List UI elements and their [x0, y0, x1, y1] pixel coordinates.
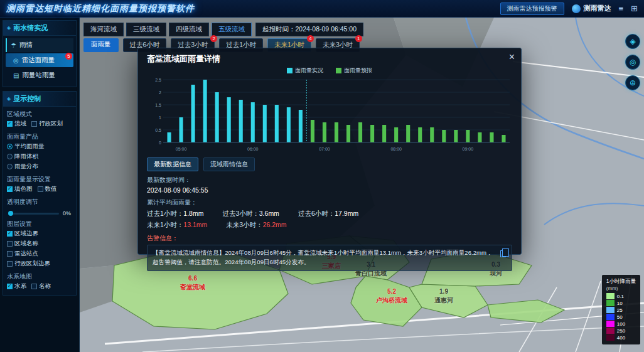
basin-tab[interactable]: 三级流域 [126, 23, 166, 36]
svg-text:1.5: 1.5 [155, 103, 161, 107]
locate-tool[interactable]: ◎ [625, 55, 640, 70]
latest-time-value: 2024-08-09 06:45:55 [147, 186, 512, 194]
legend-swatch [606, 300, 614, 306]
panel-display-title-text: 显示控制 [13, 94, 41, 104]
region-label[interactable]: 6.6斋堂流域 [180, 274, 205, 291]
legend-label: 400 [617, 335, 625, 341]
accum-item: 未来3小时：26.2mm [226, 221, 286, 230]
rain-group-label: 雨情 [19, 41, 33, 50]
option-values[interactable]: 数值 [38, 185, 57, 193]
chart-legend-item[interactable]: 面雨量预报 [336, 67, 372, 75]
panel-realtime-title-text: 雨水情实况 [13, 23, 48, 33]
measure-tool[interactable]: ⊕ [625, 75, 640, 90]
legend-row: 50 [606, 314, 636, 320]
panel-display-title: ◈ 显示控制 [3, 92, 76, 107]
svg-text:0: 0 [159, 141, 161, 145]
basin-tab-bar: 海河流域三级流域四级流域五级流域 起报时间：2024-08-09 06:45:0… [83, 23, 363, 36]
chart-legend-item[interactable]: 面雨量实况 [287, 67, 323, 75]
region-mode-options: 流域 行政区划 [3, 120, 76, 129]
option-basin[interactable]: 流域 [7, 120, 26, 128]
checkbox-checked-icon[interactable] [7, 284, 13, 289]
display-set-label: 面雨量显示设置 [3, 172, 76, 185]
brand-logo-icon [572, 4, 581, 13]
accum-key: 过去1小时： [147, 210, 183, 217]
opacity-slider-thumb[interactable] [8, 211, 13, 216]
legend-label: 0.1 [617, 294, 624, 299]
accum-key: 未来1小时： [147, 221, 183, 228]
checkbox-icon[interactable] [7, 241, 13, 247]
checkbox-icon[interactable] [31, 121, 37, 127]
legend-row: 10 [606, 300, 636, 306]
basin-detail-modal: 斋堂流域面雨量详情 × 面雨量实况面雨量预报 00.511.522.505:00… [137, 48, 522, 255]
option-rain-distribution[interactable]: 雨量分布 [7, 163, 38, 171]
fullscreen-icon[interactable]: ⊞ [631, 4, 638, 13]
basin-tab[interactable]: 四级流域 [169, 23, 209, 36]
radio-icon[interactable] [7, 154, 13, 159]
basin-tab[interactable]: 五级流域 [212, 23, 252, 36]
checkbox-icon[interactable] [31, 284, 37, 289]
radio-icon[interactable] [7, 164, 13, 169]
legend-row: 250 [606, 328, 636, 334]
checkbox-checked-icon[interactable] [7, 186, 13, 192]
option-region-border[interactable]: 区域边界 [7, 230, 38, 238]
modal-tab[interactable]: 流域雨情信息 [203, 157, 255, 171]
checkbox-checked-icon[interactable] [7, 121, 13, 127]
legend-row: 100 [606, 321, 636, 327]
sidebar-item-station-rainfall[interactable]: ▤ 雨量站雨量 [6, 68, 73, 82]
sidebar-item-radar-rainfall[interactable]: ◎ 雷达面雨量 5 [6, 53, 73, 67]
accum-value: 1.8mm [183, 210, 203, 217]
modal-tab[interactable]: 最新数据信息 [147, 157, 198, 171]
region-mode-label: 区域模式 [3, 107, 76, 120]
option-rain-volume-label: 降雨体积 [14, 152, 38, 161]
map-tools: ◈◎⊕ [625, 34, 640, 90]
map-area: 6.6斋堂流域5.9三家店3.1青白口流域5.2卢沟桥流域1.9通惠河0.3坝河… [80, 18, 644, 352]
option-radar-sites[interactable]: 雷达站点 [7, 250, 38, 258]
checkbox-icon[interactable] [38, 186, 43, 192]
option-rain-volume[interactable]: 降雨体积 [7, 152, 38, 161]
panel-display-control: ◈ 显示控制 区域模式 流域 行政区划 面雨量产品 平均面雨量 降雨体积 雨量分… [3, 91, 77, 296]
checkbox-icon[interactable] [7, 261, 13, 267]
accum-item: 未来1小时：13.1mm [147, 221, 207, 230]
option-water-system[interactable]: 水系 [7, 282, 26, 291]
accum-value: 3.6mm [259, 210, 279, 217]
checkbox-icon[interactable] [7, 251, 13, 257]
radio-selected-icon[interactable] [7, 144, 13, 149]
areal-rainfall-button[interactable]: 面雨量 [83, 38, 119, 52]
accum-key: 过去6小时： [298, 210, 335, 217]
region-label[interactable]: 1.9通惠河 [434, 287, 453, 304]
menu-icon[interactable]: ≡ [619, 4, 624, 13]
option-fill-map[interactable]: 填色图 [7, 185, 33, 193]
region-label[interactable]: 5.2卢沟桥流域 [376, 287, 407, 304]
option-water-system-label: 水系 [14, 282, 26, 291]
copy-icon[interactable] [500, 250, 506, 257]
checkbox-checked-icon[interactable] [7, 231, 13, 237]
svg-text:2.5: 2.5 [155, 78, 161, 82]
layers-tool[interactable]: ◈ [625, 34, 640, 49]
legend-label: 50 [617, 314, 623, 320]
svg-text:05:00: 05:00 [176, 147, 187, 151]
legend-swatch [606, 334, 614, 341]
option-water-names[interactable]: 名称 [31, 282, 51, 291]
opacity-slider-track[interactable] [8, 213, 59, 215]
close-icon[interactable]: × [509, 51, 515, 63]
radar-forecast-nav-button[interactable]: 测雨雷达预报预警 [500, 3, 564, 15]
option-region-name[interactable]: 区域名称 [7, 240, 38, 248]
section-diamond-icon: ◈ [7, 96, 11, 102]
option-basin-label: 流域 [14, 120, 26, 128]
option-region-border-label: 区域边界 [14, 230, 38, 238]
option-fill-map-label: 填色图 [14, 185, 33, 193]
rain-group-header[interactable]: ☂ 雨情 [6, 38, 73, 52]
opacity-slider[interactable]: 0% [3, 208, 76, 216]
basin-tab[interactable]: 海河流域 [83, 23, 124, 36]
svg-text:06:00: 06:00 [247, 147, 259, 151]
product-label: 面雨量产品 [3, 129, 76, 142]
legend-title: 1小时降雨量 [606, 278, 636, 285]
option-avg-rainfall[interactable]: 平均面雨量 [7, 142, 45, 151]
legend-swatch [606, 314, 614, 320]
option-admin-border[interactable]: 行政区划边界 [7, 260, 50, 268]
header-right: 测雨雷达预报预警 测雨雷达 ≡ ⊞ [500, 3, 638, 15]
option-admin-division[interactable]: 行政区划 [31, 120, 63, 128]
accum-value: 26.2mm [263, 221, 287, 228]
layers-label: 图层设置 [3, 216, 76, 230]
region-value: 1.9 [434, 287, 453, 296]
